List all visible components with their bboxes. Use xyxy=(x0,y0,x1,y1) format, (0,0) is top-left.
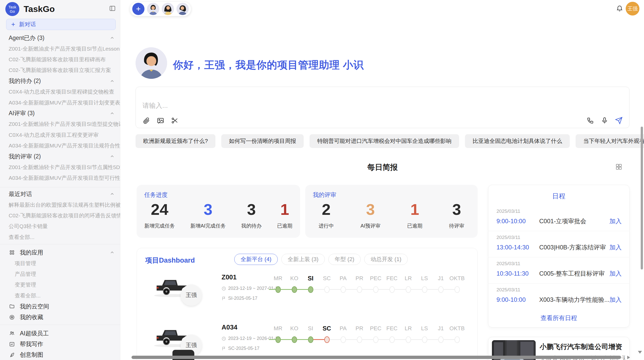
flag-icon xyxy=(222,296,226,301)
scroll-down-arrow-icon[interactable] xyxy=(638,351,642,354)
section-my-review[interactable]: 我的评审 (2) xyxy=(0,151,120,162)
briefing-layout-icon[interactable] xyxy=(615,163,623,171)
list-item[interactable]: Z001-全新燃油轻卡产品开发项目SI造型提交物评审 xyxy=(0,119,120,129)
tab-powertrain[interactable]: 动总开发 (1) xyxy=(364,254,408,265)
sidebar-item-creative-draw[interactable]: 创意制图 xyxy=(0,350,120,360)
send-icon[interactable] xyxy=(615,117,623,124)
chevron-up-icon[interactable] xyxy=(110,250,115,255)
schedule-event[interactable]: 2025/03/11 9:00-10:00 C001-立项审批会 加入 xyxy=(488,205,629,231)
list-item[interactable]: Z001-全新燃油皮卡产品开发项目SI节点Lesson Learn报告 xyxy=(0,43,120,54)
suggestion-chip[interactable]: 比亚迪全固态电池计划具体说了什么 xyxy=(465,134,570,148)
chevron-up-icon[interactable] xyxy=(110,35,115,40)
milestone-dot xyxy=(373,336,378,343)
vertical-scrollbar[interactable] xyxy=(641,127,643,269)
section-ai-review[interactable]: AI评审 (3) xyxy=(0,108,120,119)
list-item[interactable]: 公司Q3轻卡销量 xyxy=(0,221,120,232)
milestone-label: SI xyxy=(308,275,314,282)
list-item[interactable]: C0X4-动力总成开发项目工程变更评审 xyxy=(0,130,120,140)
join-button[interactable]: 加入 xyxy=(609,296,622,304)
sidebar-item-project-mgmt[interactable]: 项目管理 xyxy=(0,258,120,268)
list-item[interactable]: A034-全新新能源MUV产品开发项目造型可行性评审 xyxy=(0,173,120,183)
sidebar-item-favorites[interactable]: 我的收藏 xyxy=(0,312,120,322)
project-code: Z001 xyxy=(222,273,271,281)
suggestion-chip[interactable]: 欧洲新规最近颁布了什么? xyxy=(136,134,215,148)
list-item[interactable]: C02-飞腾新能源轻客改款项目里程碑画布 xyxy=(0,54,120,65)
tab-model-year[interactable]: 年型 (2) xyxy=(328,254,361,265)
list-item[interactable]: C02-飞腾新能源轻客改款项目的闭环通告反馈情况 xyxy=(0,210,120,221)
list-item[interactable]: A034-全新新能源MUV产品开发项目计划变更表编写 xyxy=(0,97,120,108)
sidebar-item-help-write[interactable]: 帮我写作 xyxy=(0,339,120,349)
milestone-dot xyxy=(275,336,281,343)
new-chat-button[interactable]: 新对话 xyxy=(6,19,116,30)
list-item[interactable]: Z001-全新燃油轻卡产品开发项目SI节点属性5D文件评审 xyxy=(0,162,120,173)
sidebar-collapse-icon[interactable] xyxy=(109,5,116,12)
milestone-label: KO xyxy=(290,325,298,332)
user-avatar[interactable]: 王强 xyxy=(626,2,639,16)
stat-my-todo: 3 我的待办 xyxy=(241,200,261,229)
composer-right-icons xyxy=(587,117,623,124)
list-item[interactable]: C02-飞腾新能源轻客改款项目立项汇报方案 xyxy=(0,65,120,76)
stat-label: 新增完成任务 xyxy=(144,222,175,229)
chevron-up-icon[interactable] xyxy=(110,191,115,197)
scroll-right-arrow-icon[interactable] xyxy=(627,356,630,359)
section-my-todo[interactable]: 我的待办 (2) xyxy=(0,76,120,86)
stat-value: 2 xyxy=(318,200,334,219)
sidebar-item-cloud-space[interactable]: 我的云空间 xyxy=(0,301,120,312)
milestone-label: SC xyxy=(323,325,331,332)
suggestion-chip[interactable]: 如何写一份清晰的项目周报 xyxy=(221,134,304,148)
milestone-dot xyxy=(422,286,427,293)
join-button[interactable]: 加入 xyxy=(609,217,622,225)
section-title: 我的应用 xyxy=(20,249,43,257)
add-chat-button[interactable] xyxy=(132,3,144,15)
stat-label: 待评审 xyxy=(449,222,464,229)
view-all-chats[interactable]: 查看全部... xyxy=(0,232,120,243)
event-time: 9:00-10:00 xyxy=(496,218,539,225)
milestone-stepper: MR KO SI SC PA PR PEC FEC LR LS J1 OKTB xyxy=(270,325,465,343)
chat-avatar-3[interactable] xyxy=(177,3,189,15)
suggestion-chip[interactable]: 当下年轻人对汽车外观有怎样的喜好趋势 xyxy=(576,134,644,148)
owner-name: 王强 xyxy=(186,341,197,349)
chat-input[interactable] xyxy=(142,102,448,110)
chat-avatar-1[interactable] xyxy=(147,3,159,15)
scissors-icon[interactable] xyxy=(171,117,179,124)
list-item[interactable]: A034-全新新能源MUV产品开发项目法规符合性评审 xyxy=(0,140,120,151)
sidebar-item-change-mgmt[interactable]: 变更管理 xyxy=(0,279,120,290)
notification-bell-icon[interactable] xyxy=(616,5,623,12)
stat-label: 已逾期 xyxy=(277,222,292,229)
project-row[interactable]: 王强 Z001 2023-12-19 ~ 2027-01-19 SI-2025-… xyxy=(137,270,478,320)
image-icon[interactable] xyxy=(157,117,164,124)
suggestion-chip[interactable]: 特朗普可能对进口汽车增税会对中国车企造成哪些影响 xyxy=(310,134,459,148)
event-time: 13:00-14:30 xyxy=(496,244,539,251)
chevron-up-icon[interactable] xyxy=(110,154,115,159)
chevron-up-icon[interactable] xyxy=(110,79,115,84)
microphone-icon[interactable] xyxy=(601,117,608,124)
owner-badge: 王强 xyxy=(181,284,202,306)
view-all-schedule-link[interactable]: 查看所有日程 xyxy=(488,314,629,322)
card-title: 我的评审 xyxy=(313,191,336,199)
join-button[interactable]: 加入 xyxy=(609,269,622,278)
view-all-apps[interactable]: 查看全部... xyxy=(0,290,120,301)
project-info: A034 2023-12-19 ~ 2026-01-19 SC-2025-05-… xyxy=(222,323,271,351)
flag-icon xyxy=(222,346,226,351)
schedule-event[interactable]: 2025/03/11 13:00-14:30 C003|H0B-方案冻结评审 加… xyxy=(488,231,629,257)
schedule-event[interactable]: 2025/03/11 10:30-11:30 C005-整车工程目标评审 加入 xyxy=(488,257,629,283)
tab-new-body[interactable]: 全新上装 (3) xyxy=(281,254,325,265)
horizontal-scrollbar[interactable] xyxy=(131,356,621,359)
tab-new-platform[interactable]: 全新平台 (4) xyxy=(234,254,278,265)
schedule-event[interactable]: 2025/03/11 9:00-10:00 X003-车辆动力学性能验... 加… xyxy=(488,283,629,310)
join-button[interactable]: 加入 xyxy=(609,243,622,251)
milestone-dot xyxy=(357,336,362,343)
chat-avatar-2[interactable] xyxy=(162,3,174,15)
section-title: AI评审 (3) xyxy=(9,109,35,117)
phone-icon[interactable] xyxy=(587,117,594,124)
greeting-text: 你好，王强，我是你的项目管理助理 小识 xyxy=(173,58,364,72)
section-my-apps[interactable]: 我的应用 xyxy=(0,247,120,258)
chevron-up-icon[interactable] xyxy=(110,111,115,116)
list-item[interactable]: C0X4-动力总成开发项目SI里程碑提交物检查 xyxy=(0,86,120,97)
sidebar-item-product-mgmt[interactable]: 产品管理 xyxy=(0,269,120,279)
section-agent-done[interactable]: Agent已办 (3) xyxy=(0,33,120,43)
section-recent-chats[interactable]: 最近对话 xyxy=(0,189,120,199)
list-item[interactable]: 解释最新出台的欧盟报废车法规再生塑料比例被调至15%... xyxy=(0,199,120,210)
sidebar-item-ai-super-staff[interactable]: AI超级员工 xyxy=(0,328,120,339)
attachment-icon[interactable] xyxy=(142,117,150,124)
